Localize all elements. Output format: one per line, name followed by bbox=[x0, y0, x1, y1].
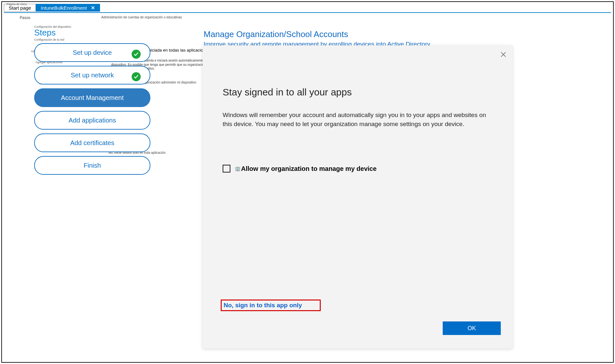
step-add-applications-label: Add applications bbox=[69, 117, 116, 124]
sign-in-app-only-highlight: No, sign in to this app only bbox=[221, 300, 321, 311]
step-add-certificates[interactable]: Add certificates bbox=[34, 133, 150, 152]
step-setup-network-label: Set up network bbox=[71, 72, 114, 79]
checkbox-icon[interactable] bbox=[223, 165, 230, 172]
check-icon bbox=[132, 50, 141, 59]
step-account-management-label: Account Management bbox=[61, 94, 124, 102]
dialog-text: Windows will remember your account and a… bbox=[223, 111, 487, 128]
tab-start-page-label: Start page bbox=[9, 5, 31, 11]
step-account-management[interactable]: Account Management bbox=[34, 88, 150, 107]
allow-manage-checkbox-row[interactable]: 🏢 Allow my organization to manage my dev… bbox=[223, 165, 377, 172]
step-finish[interactable]: Finish bbox=[34, 156, 150, 175]
step-finish-label: Finish bbox=[84, 162, 101, 169]
page-title: Manage Organization/School Accounts bbox=[204, 29, 348, 39]
tab-intune-bulk-label: IntuneBulkEnrollment bbox=[41, 5, 87, 11]
ok-button-label: OK bbox=[468, 325, 476, 332]
step-add-applications[interactable]: Add applications bbox=[34, 111, 150, 130]
close-tab-icon[interactable] bbox=[91, 5, 95, 10]
building-icon: 🏢 bbox=[235, 166, 240, 171]
ghost-admin-cuentas-org: Administración de cuentas de organizació… bbox=[101, 15, 182, 19]
ghost-config-red: Configuración de la red bbox=[34, 38, 64, 41]
dialog-body: Stay signed in to all your apps Windows … bbox=[223, 87, 492, 128]
ghost-pasos: Pasos bbox=[20, 15, 30, 20]
allow-manage-label: Allow my organization to manage my devic… bbox=[241, 165, 377, 172]
ok-button[interactable]: OK bbox=[443, 321, 501, 335]
ghost-pagina-inicio: Página de inicio bbox=[6, 3, 27, 6]
check-icon bbox=[132, 72, 141, 81]
tab-intune-bulk[interactable]: IntuneBulkEnrollment bbox=[36, 4, 100, 12]
sign-in-app-only-link[interactable]: No, sign in to this app only bbox=[224, 302, 302, 309]
step-setup-device-label: Set up device bbox=[73, 49, 112, 56]
step-add-certificates-label: Add certificates bbox=[70, 139, 115, 147]
app-frame: Start page IntuneBulkEnrollment Página d… bbox=[1, 1, 614, 363]
close-icon[interactable] bbox=[500, 51, 507, 58]
tab-underline bbox=[4, 12, 611, 13]
dialog-title: Stay signed in to all your apps bbox=[223, 87, 492, 98]
stay-signed-in-dialog: Stay signed in to all your apps Windows … bbox=[203, 45, 512, 349]
steps-heading: Steps bbox=[34, 28, 56, 38]
